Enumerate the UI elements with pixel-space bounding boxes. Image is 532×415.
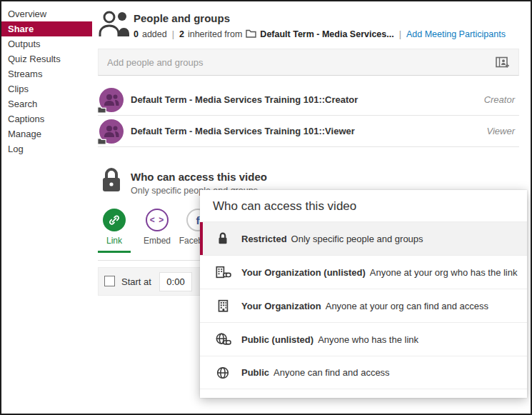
folder-badge-icon: [97, 137, 106, 145]
inherited-count: 2: [179, 29, 184, 39]
section-title-access: Who can access this video: [131, 171, 267, 183]
role-label[interactable]: Viewer: [486, 126, 515, 136]
access-dropdown: Who can access this video RestrictedOnly…: [200, 190, 527, 398]
add-people-input[interactable]: [99, 49, 481, 75]
option-name: Public: [241, 367, 269, 378]
sidebar-item-overview[interactable]: Overview: [1, 6, 92, 21]
option-name: Restricted: [241, 234, 287, 244]
globe-icon: [213, 365, 233, 381]
add-meeting-participants-link[interactable]: Add Meeting Participants: [406, 29, 506, 39]
dropdown-option-org[interactable]: Your OrganizationAnyone at your org can …: [200, 289, 527, 322]
separator: |: [172, 29, 174, 39]
permission-row: Default Term - Media Services Training 1…: [98, 116, 519, 147]
option-desc: Anyone can find and access: [273, 367, 390, 378]
sidebar-item-quiz-results[interactable]: Quiz Results: [1, 51, 92, 66]
added-count: 0: [134, 29, 139, 39]
section-title-people: People and groups: [134, 12, 230, 24]
org-icon: [213, 298, 233, 314]
globe-link-icon: [213, 331, 233, 347]
address-book-icon[interactable]: [496, 56, 510, 72]
group-name: Default Term - Media Services Training 1…: [131, 94, 358, 105]
sidebar-item-share[interactable]: Share: [1, 21, 92, 36]
sidebar-item-log[interactable]: Log: [1, 141, 92, 156]
inherited-folder-link[interactable]: Default Term - Media Services...: [260, 29, 393, 39]
separator: |: [399, 29, 401, 39]
folder-icon: [246, 29, 256, 40]
option-name: Your Organization: [241, 301, 321, 311]
tab-embed-label: Embed: [139, 236, 176, 246]
start-time-input[interactable]: [159, 272, 192, 291]
inherited-label: inherited from: [188, 29, 242, 39]
tab-link[interactable]: Link: [98, 209, 131, 253]
sidebar-item-outputs[interactable]: Outputs: [1, 36, 92, 51]
dropdown-option-public-unlisted[interactable]: Public (unlisted)Anyone who has the link: [200, 322, 527, 356]
start-at-label: Start at: [121, 276, 151, 287]
dropdown-title: Who can access this video: [200, 190, 527, 221]
added-label: added: [142, 29, 167, 39]
option-text: RestrictedOnly specific people and group…: [241, 234, 423, 244]
option-text: Public (unlisted)Anyone who has the link: [241, 334, 418, 345]
group-avatar: [99, 88, 124, 112]
share-settings-page: Overview Share Outputs Quiz Results Stre…: [0, 0, 532, 415]
lock-icon: [101, 167, 122, 196]
role-label[interactable]: Creator: [484, 94, 515, 105]
add-people-input-wrap: [98, 49, 519, 76]
sidebar: Overview Share Outputs Quiz Results Stre…: [1, 1, 92, 156]
dropdown-option-org-unlisted[interactable]: Your Organization (unlisted)Anyone at yo…: [200, 255, 527, 289]
option-name: Your Organization (unlisted): [241, 267, 366, 278]
option-desc: Only specific people and groups: [291, 234, 423, 244]
permission-row: Default Term - Media Services Training 1…: [98, 84, 519, 116]
embed-icon: < >: [146, 209, 169, 231]
option-name: Public (unlisted): [241, 334, 313, 345]
tab-embed[interactable]: < > Embed: [139, 209, 176, 253]
group-name: Default Term - Media Services Training 1…: [131, 126, 355, 136]
option-text: Your OrganizationAnyone at your org can …: [241, 301, 488, 311]
dropdown-option-restricted[interactable]: RestrictedOnly specific people and group…: [200, 221, 527, 255]
option-text: Your Organization (unlisted)Anyone at yo…: [241, 267, 518, 278]
group-avatar: [99, 119, 124, 144]
org-link-icon: [213, 264, 233, 280]
option-desc: Anyone at your org who has the link: [370, 267, 518, 278]
sidebar-item-streams[interactable]: Streams: [1, 66, 92, 81]
tab-link-label: Link: [98, 236, 131, 246]
dropdown-option-public[interactable]: PublicAnyone can find and access: [200, 356, 527, 389]
sidebar-item-search[interactable]: Search: [1, 96, 92, 111]
option-desc: Anyone at your org can find and access: [326, 301, 488, 311]
sidebar-item-captions[interactable]: Captions: [1, 111, 92, 126]
sidebar-item-manage[interactable]: Manage: [1, 126, 92, 141]
lock-icon: [213, 231, 233, 246]
sidebar-item-clips[interactable]: Clips: [1, 81, 92, 96]
people-groups-icon: [98, 10, 131, 40]
option-text: PublicAnyone can find and access: [241, 367, 390, 378]
people-meta: 0 added | 2 inherited from Default Term …: [134, 29, 506, 40]
folder-badge-icon: [97, 106, 106, 114]
link-icon: [103, 209, 126, 231]
start-at-checkbox[interactable]: [104, 276, 115, 286]
option-desc: Anyone who has the link: [318, 334, 418, 345]
